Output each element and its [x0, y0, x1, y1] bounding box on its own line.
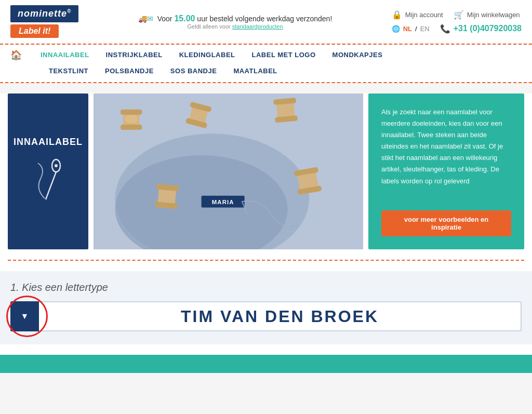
top-icons-row: 🔒 Mijn account 🛒 Mijn winkelwagen	[392, 10, 522, 20]
font-selector-wrapper: ▼ Tim van den Broek	[10, 301, 522, 331]
hero-text-panel: Als je zoekt naar een naamlabel voor mee…	[368, 94, 524, 249]
font-preview: Tim van den Broek	[39, 301, 522, 331]
phone-icon: 📞	[440, 24, 450, 34]
language-switcher: 🌐 NL / EN	[392, 25, 430, 33]
shipping-info: 🚚✉ Voor 15.00 uur besteld volgende werkd…	[78, 14, 391, 30]
lang-en[interactable]: EN	[420, 25, 430, 33]
dropdown-arrow: ▼	[21, 312, 29, 320]
cart-link[interactable]: 🛒 Mijn winkelwagen	[454, 10, 520, 20]
font-preview-text: Tim van den Broek	[181, 307, 379, 326]
nav-tekstlint[interactable]: TEKSTLINT	[41, 65, 97, 77]
home-icon[interactable]: 🏠	[10, 49, 22, 61]
hero-image-placeholder: MARIA	[94, 94, 363, 249]
nav-items: INNAAILABEL INSTRIJKLABEL KLEDINGLABEL L…	[32, 49, 391, 61]
nav-label-met-logo[interactable]: LABEL MET LOGO	[244, 49, 324, 61]
cart-label: Mijn winkelwagen	[467, 11, 520, 19]
nav-innaailabel[interactable]: INNAAILABEL	[32, 49, 98, 61]
phone-number: 📞 +31 (0)407920038	[440, 24, 522, 34]
shipping-icon: 🚚✉	[138, 15, 153, 23]
nav-mondkapjes[interactable]: MONDKAPJES	[324, 49, 391, 61]
globe-icon: 🌐	[392, 25, 400, 33]
main-content: INNAAILABEL	[0, 94, 532, 373]
lock-icon: 🔒	[392, 10, 402, 20]
bottom-icons-row: 🌐 NL / EN 📞 +31 (0)407920038	[392, 24, 522, 34]
needle-decoration	[30, 158, 66, 206]
shipping-subtext: Geldt alleen voor standaardproducten	[89, 23, 381, 30]
nav-items-row2: TEKSTLINT POLSBANDJE SOS BANDJE MAATLABE…	[41, 65, 286, 77]
account-label: Mijn account	[405, 11, 443, 19]
hero-separator	[8, 260, 524, 261]
nav-sos-bandje[interactable]: SOS BANDJE	[162, 65, 225, 77]
nav-separator	[0, 82, 532, 83]
shipping-prefix: Voor	[157, 15, 175, 23]
shipping-time: 15.00	[174, 14, 195, 23]
site-header: nominette® Label it! 🚚✉ Voor 15.00 uur b…	[0, 0, 532, 44]
font-dropdown-button[interactable]: ▼	[10, 301, 39, 331]
logo-area: nominette® Label it!	[10, 5, 78, 38]
nav-polsbandje[interactable]: POLSBANDJE	[97, 65, 162, 77]
bottom-teal-bar	[0, 355, 532, 373]
svg-point-2	[55, 164, 58, 167]
nav-maatlabel[interactable]: MAATLABEL	[225, 65, 285, 77]
svg-text:MARIA: MARIA	[212, 199, 234, 205]
font-section-title: 1. Kies een lettertype	[10, 282, 522, 293]
header-icons: 🔒 Mijn account 🛒 Mijn winkelwagen 🌐 NL /…	[392, 10, 522, 34]
cart-icon: 🛒	[454, 10, 464, 20]
hero-blue-panel: INNAAILABEL	[8, 94, 88, 249]
hero-blue-title: INNAAILABEL	[14, 137, 83, 148]
brand-logo: nominette®	[10, 5, 78, 22]
examples-button[interactable]: voor meer voorbeelden en inspiratie	[381, 210, 511, 236]
shipping-line: 🚚✉ Voor 15.00 uur besteld volgende werkd…	[89, 14, 381, 23]
lang-sep: /	[415, 25, 417, 33]
hero-description: Als je zoekt naar een naamlabel voor mee…	[381, 106, 511, 187]
nav-kledinglabel[interactable]: KLEDINGLABEL	[171, 49, 244, 61]
main-nav-row2: TEKSTLINT POLSBANDJE SOS BANDJE MAATLABE…	[0, 65, 532, 82]
account-link[interactable]: 🔒 Mijn account	[392, 10, 443, 20]
hero-image: MARIA	[94, 94, 363, 249]
font-section: 1. Kies een lettertype ▼ Tim van den Bro…	[0, 271, 532, 344]
lang-nl[interactable]: NL	[403, 25, 412, 33]
tagline: Label it!	[10, 24, 59, 38]
standard-products-link[interactable]: standaardproducten	[232, 23, 283, 30]
svg-rect-8	[121, 110, 142, 115]
brand-name: nominette	[18, 8, 67, 19]
svg-line-1	[46, 172, 56, 199]
nav-instrijklabel[interactable]: INSTRIJKLABEL	[98, 49, 171, 61]
svg-rect-9	[121, 125, 142, 130]
hero-section: INNAAILABEL	[8, 94, 524, 249]
phone-text: +31 (0)407920038	[454, 24, 522, 33]
main-nav: 🏠 INNAAILABEL INSTRIJKLABEL KLEDINGLABEL…	[0, 45, 532, 65]
shipping-suffix: uur besteld volgende werkdag verzonden!	[197, 15, 332, 23]
svg-point-10	[125, 115, 138, 124]
